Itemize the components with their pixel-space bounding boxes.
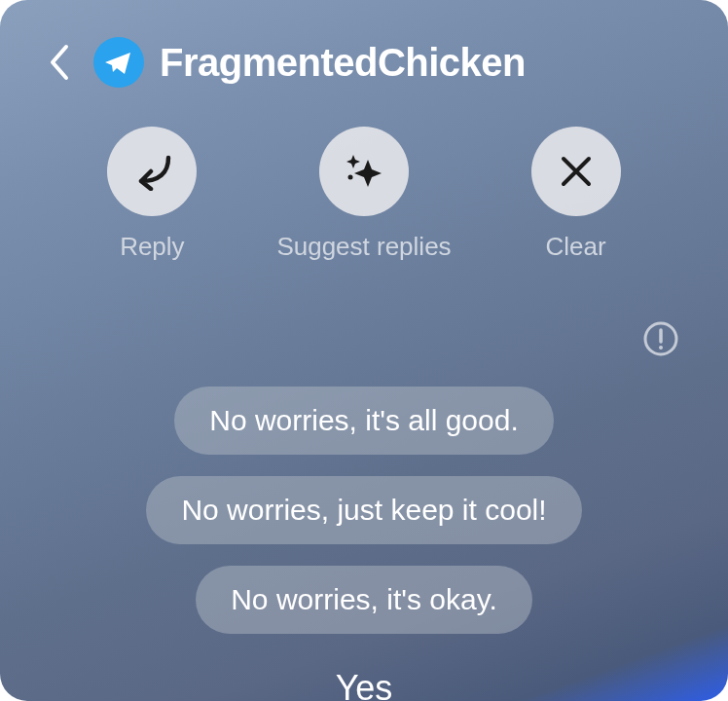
info-icon	[642, 320, 679, 357]
footer: Yes	[0, 660, 728, 701]
footer-label[interactable]: Yes	[336, 668, 393, 701]
suggestion-chip[interactable]: No worries, it's all good.	[174, 387, 554, 455]
suggestion-list: No worries, it's all good. No worries, j…	[0, 357, 728, 634]
actions-row: Reply Suggest replies	[0, 117, 728, 262]
clear-label: Clear	[546, 232, 606, 262]
notification-panel: FragmentedChicken Reply	[0, 0, 728, 701]
svg-point-3	[659, 346, 663, 350]
suggestion-chip[interactable]: No worries, just keep it cool!	[146, 476, 581, 544]
suggestion-chip[interactable]: No worries, it's okay.	[196, 566, 532, 634]
reply-icon	[129, 152, 174, 191]
clear-button[interactable]: Clear	[531, 127, 621, 262]
info-button[interactable]	[642, 320, 679, 357]
reply-label: Reply	[120, 232, 184, 262]
telegram-icon	[93, 37, 144, 88]
chat-title[interactable]: FragmentedChicken	[160, 41, 526, 85]
header: FragmentedChicken	[0, 0, 728, 117]
suggest-label: Suggest replies	[276, 232, 451, 262]
reply-button[interactable]: Reply	[107, 127, 197, 262]
chevron-left-icon	[47, 43, 70, 82]
sparkle-icon	[341, 148, 387, 195]
close-icon	[558, 153, 595, 190]
svg-point-0	[347, 175, 352, 180]
back-button[interactable]	[39, 43, 78, 82]
suggest-replies-button[interactable]: Suggest replies	[276, 127, 451, 262]
